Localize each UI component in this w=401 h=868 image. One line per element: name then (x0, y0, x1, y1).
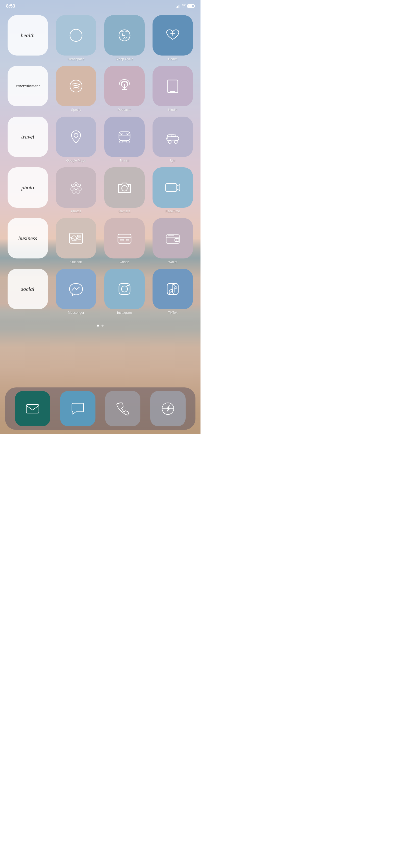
category-photo-label: photo (22, 184, 34, 191)
app-tiktok-label: TikTok (168, 311, 177, 314)
app-headspace[interactable]: Headspace (54, 15, 99, 61)
app-messenger-label: Messenger (68, 311, 84, 314)
category-travel-label: travel (21, 133, 34, 140)
svg-rect-36 (78, 235, 81, 237)
svg-point-48 (127, 285, 129, 286)
app-health[interactable]: Health (150, 15, 196, 61)
status-bar: 8:53 (0, 0, 200, 11)
signal-icon (176, 4, 180, 8)
app-spotify-label: Spotify (71, 108, 81, 112)
svg-rect-33 (166, 184, 177, 192)
app-podcasts[interactable]: Podcasts (102, 66, 147, 112)
svg-point-45 (176, 240, 177, 241)
svg-point-14 (127, 141, 129, 143)
category-business-label: business (18, 235, 37, 242)
app-transit[interactable]: Transit (102, 117, 147, 162)
category-entertainment[interactable]: entertainment (5, 66, 51, 112)
app-chase-label: Chase (120, 260, 129, 264)
category-travel[interactable]: travel (5, 117, 51, 162)
svg-rect-41 (120, 239, 124, 241)
app-grid: health Headspace ZZ Sleep Cycle (0, 11, 200, 318)
app-headspace-label: Headspace (68, 57, 84, 61)
dock-phone[interactable] (105, 391, 140, 426)
dock-safari[interactable] (150, 391, 185, 426)
app-sleep-cycle[interactable]: ZZ Sleep Cycle (102, 15, 147, 61)
svg-point-24 (75, 182, 77, 185)
app-instagram-label: Instagram (117, 311, 132, 314)
app-instagram[interactable]: Instagram (102, 269, 147, 314)
app-health-label: Health (168, 57, 177, 61)
dot-inactive[interactable] (102, 324, 104, 327)
app-wallet[interactable]: Wallet (150, 218, 196, 264)
app-google-maps-label: Google Maps (66, 158, 86, 162)
svg-point-31 (122, 186, 127, 191)
svg-rect-39 (118, 234, 131, 243)
wifi-icon (182, 4, 186, 8)
app-tiktok[interactable]: TikTok (150, 269, 196, 314)
app-wallet-label: Wallet (168, 260, 177, 264)
svg-point-3 (70, 80, 82, 92)
dock-messages[interactable] (60, 391, 95, 426)
svg-rect-50 (26, 405, 39, 413)
category-social[interactable]: social (5, 269, 51, 314)
dot-active[interactable] (97, 324, 99, 327)
svg-point-25 (78, 184, 81, 187)
app-photos-label: Photos (71, 209, 81, 213)
app-outlook[interactable]: Outlook (54, 218, 99, 264)
svg-point-26 (79, 188, 81, 190)
svg-point-17 (121, 133, 122, 134)
status-time: 8:53 (6, 3, 15, 9)
svg-rect-37 (78, 238, 81, 239)
svg-rect-10 (170, 91, 175, 92)
app-transit-label: Transit (119, 158, 129, 162)
svg-point-29 (71, 188, 73, 190)
svg-point-30 (71, 184, 74, 187)
status-icons (176, 4, 195, 8)
svg-point-32 (128, 185, 129, 187)
category-business[interactable]: business (5, 218, 51, 264)
svg-line-38 (69, 237, 77, 240)
svg-point-0 (70, 29, 82, 41)
svg-text:ZZ: ZZ (123, 36, 127, 40)
page-dots (0, 324, 200, 327)
app-camera-label: Camera (119, 209, 130, 213)
app-lyft-label: Lyft (170, 158, 175, 162)
svg-point-23 (74, 186, 78, 190)
svg-point-11 (74, 133, 78, 137)
app-outlook-label: Outlook (70, 260, 82, 264)
app-google-maps[interactable]: Google Maps (54, 117, 99, 162)
app-podcasts-label: Podcasts (118, 108, 131, 112)
svg-rect-5 (168, 80, 178, 93)
app-chase[interactable]: Chase (102, 218, 147, 264)
app-lyft[interactable]: Lyft (150, 117, 196, 162)
svg-point-13 (120, 141, 122, 143)
svg-point-28 (73, 191, 75, 193)
app-messenger[interactable]: Messenger (54, 269, 99, 314)
svg-point-18 (127, 133, 128, 134)
category-social-label: social (21, 286, 34, 292)
battery-icon (188, 4, 195, 8)
app-facetime[interactable]: FaceTime (150, 167, 196, 213)
app-photos[interactable]: Photos (54, 167, 99, 213)
category-health-label: health (21, 32, 35, 39)
app-spotify[interactable]: Spotify (54, 66, 99, 112)
dock-mail[interactable] (15, 391, 50, 426)
svg-rect-43 (166, 235, 179, 243)
svg-point-47 (121, 286, 127, 292)
app-kindle-label: Kindle (168, 108, 177, 112)
app-facetime-label: FaceTime (166, 209, 180, 213)
app-kindle[interactable]: Kindle (150, 66, 196, 112)
svg-point-27 (77, 191, 79, 193)
category-photo[interactable]: photo (5, 167, 51, 213)
dock (5, 388, 196, 430)
svg-rect-42 (126, 239, 129, 241)
category-health[interactable]: health (5, 15, 51, 61)
app-sleep-cycle-label: Sleep Cycle (116, 57, 133, 61)
category-entertainment-label: entertainment (16, 84, 40, 89)
app-camera[interactable]: Camera (102, 167, 147, 213)
